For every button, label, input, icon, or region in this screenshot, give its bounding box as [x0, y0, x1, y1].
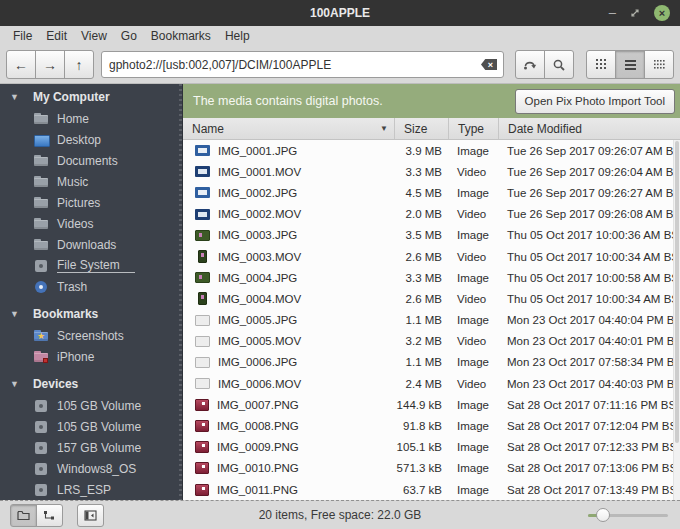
- expander-triangle-icon[interactable]: ▼: [10, 92, 19, 102]
- sidebar-section-devices[interactable]: ▼Devices: [0, 373, 182, 395]
- menu-edit[interactable]: Edit: [39, 27, 74, 45]
- table-row[interactable]: IMG_0006.MOV2.4 MBVideoMon 23 Oct 2017 0…: [183, 373, 680, 394]
- file-type: Video: [449, 166, 499, 178]
- file-thumbnail-icon: [195, 336, 210, 347]
- menu-file[interactable]: File: [6, 27, 39, 45]
- curved-arrow-icon: [523, 59, 537, 71]
- sidebar-item-trash[interactable]: Trash: [0, 276, 182, 297]
- file-type: Image: [449, 441, 499, 453]
- table-row[interactable]: IMG_0009.PNG105.1 kBImageSat 28 Oct 2017…: [183, 437, 680, 458]
- column-header-size[interactable]: Size: [395, 118, 449, 139]
- sidebar-item-screenshots[interactable]: ★Screenshots: [0, 325, 182, 346]
- sidebar-section-bookmarks[interactable]: ▼Bookmarks: [0, 303, 182, 325]
- file-name-cell: IMG_0008.PNG: [183, 420, 395, 432]
- sidebar-item-windows8-os[interactable]: Windows8_OS: [0, 458, 182, 479]
- table-row[interactable]: IMG_0011.PNG63.7 kBImageSat 28 Oct 2017 …: [183, 479, 680, 500]
- table-row[interactable]: IMG_0001.MOV3.3 MBVideoTue 26 Sep 2017 0…: [183, 161, 680, 182]
- table-row[interactable]: IMG_0008.PNG91.8 kBImageSat 28 Oct 2017 …: [183, 415, 680, 436]
- sidebar-section-my-computer[interactable]: ▼My Computer: [0, 86, 182, 108]
- list-view-icon: [624, 58, 637, 71]
- file-size: 63.7 kB: [395, 484, 449, 496]
- search-button[interactable]: [544, 50, 574, 79]
- sidebar-item-iphone[interactable]: iPhone: [0, 346, 182, 367]
- table-row[interactable]: IMG_0004.JPG3.3 MBImageThu 05 Oct 2017 1…: [183, 267, 680, 288]
- sidebar-item-lrs-esp[interactable]: LRS_ESP: [0, 479, 182, 500]
- file-type: Video: [449, 378, 499, 390]
- compact-view-button[interactable]: [644, 50, 674, 79]
- minimize-icon[interactable]: –: [609, 8, 616, 18]
- restore-icon[interactable]: [630, 8, 640, 18]
- sidebar-item-157-gb-volume[interactable]: 157 GB Volume: [0, 437, 182, 458]
- zoom-slider-handle[interactable]: [596, 508, 610, 522]
- forward-button[interactable]: →: [35, 50, 65, 79]
- table-row[interactable]: IMG_0004.MOV2.6 MBVideoThu 05 Oct 2017 1…: [183, 288, 680, 309]
- file-name: IMG_0002.MOV: [218, 208, 301, 220]
- file-date-modified: Thu 05 Oct 2017 10:00:58 AM BST: [499, 272, 680, 284]
- menu-view[interactable]: View: [74, 27, 114, 45]
- file-date-modified: Sat 28 Oct 2017 07:11:16 PM BST: [499, 399, 680, 411]
- sidebar-item-pictures[interactable]: Pictures: [0, 192, 182, 213]
- file-type: Image: [449, 356, 499, 368]
- column-header-type[interactable]: Type: [449, 118, 499, 139]
- sort-descending-icon[interactable]: ▼: [380, 124, 394, 133]
- table-row[interactable]: IMG_0007.PNG144.9 kBImageSat 28 Oct 2017…: [183, 394, 680, 415]
- location-bar: [101, 51, 504, 78]
- location-input[interactable]: [102, 52, 503, 77]
- sidebar-item-documents[interactable]: Documents: [0, 150, 182, 171]
- sidebar-item-desktop[interactable]: Desktop: [0, 129, 182, 150]
- sidebar-item-105-gb-volume[interactable]: 105 GB Volume: [0, 395, 182, 416]
- places-view-button[interactable]: [10, 504, 37, 527]
- sidebar-item-downloads[interactable]: Downloads: [0, 234, 182, 255]
- open-pix-import-button[interactable]: Open Pix Photo Import Tool: [515, 89, 675, 114]
- list-view-button[interactable]: [615, 50, 645, 79]
- file-size: 91.8 kB: [395, 420, 449, 432]
- file-name: IMG_0004.JPG: [218, 272, 297, 284]
- section-label: Bookmarks: [33, 307, 98, 321]
- file-date-modified: Tue 26 Sep 2017 09:26:27 AM BST: [499, 187, 680, 199]
- sidebar-item-videos[interactable]: Videos: [0, 213, 182, 234]
- table-row[interactable]: IMG_0006.JPG1.1 MBImageMon 23 Oct 2017 0…: [183, 352, 680, 373]
- expander-triangle-icon[interactable]: ▼: [10, 309, 19, 319]
- menu-go[interactable]: Go: [114, 27, 144, 45]
- menu-bookmarks[interactable]: Bookmarks: [144, 27, 218, 45]
- table-row[interactable]: IMG_0005.JPG1.1 MBImageMon 23 Oct 2017 0…: [183, 310, 680, 331]
- toggle-location-entry-button[interactable]: [515, 50, 545, 79]
- table-row[interactable]: IMG_0010.PNG571.3 kBImageSat 28 Oct 2017…: [183, 458, 680, 479]
- up-button[interactable]: ↑: [64, 50, 94, 79]
- table-row[interactable]: IMG_0003.JPG3.5 MBImageThu 05 Oct 2017 1…: [183, 225, 680, 246]
- tree-view-button[interactable]: [36, 504, 63, 527]
- file-name-cell: IMG_0010.PNG: [183, 462, 395, 474]
- file-thumbnail-icon: [195, 378, 210, 389]
- sidebar-item-label: 157 GB Volume: [57, 441, 141, 455]
- file-name: IMG_0009.PNG: [217, 441, 299, 453]
- sidebar-scrollbar[interactable]: [179, 84, 182, 500]
- sidebar-item-105-gb-volume[interactable]: 105 GB Volume: [0, 416, 182, 437]
- back-button[interactable]: ←: [6, 50, 36, 79]
- column-header-name[interactable]: Name ▼: [183, 118, 395, 139]
- close-icon[interactable]: ×: [654, 5, 670, 21]
- table-row[interactable]: IMG_0003.MOV2.6 MBVideoThu 05 Oct 2017 1…: [183, 246, 680, 267]
- menu-help[interactable]: Help: [218, 27, 257, 45]
- zoom-slider[interactable]: [588, 508, 668, 522]
- sidebar-item-label: Documents: [57, 154, 118, 168]
- vertical-scrollbar[interactable]: [673, 140, 680, 500]
- view-buttons: [586, 50, 674, 79]
- table-row[interactable]: IMG_0005.MOV3.2 MBVideoMon 23 Oct 2017 0…: [183, 331, 680, 352]
- sidebar-item-label: iPhone: [57, 350, 94, 364]
- sidebar: ▼My ComputerHomeDesktopDocumentsMusicPic…: [0, 84, 182, 500]
- file-name-cell: IMG_0003.MOV: [183, 250, 395, 263]
- file-name: IMG_0005.MOV: [218, 335, 301, 347]
- menubar: FileEditViewGoBookmarksHelp: [0, 26, 680, 46]
- scrollbar-thumb[interactable]: [675, 141, 679, 443]
- table-row[interactable]: IMG_0002.MOV2.0 MBVideoTue 26 Sep 2017 0…: [183, 204, 680, 225]
- table-row[interactable]: IMG_0001.JPG3.9 MBImageTue 26 Sep 2017 0…: [183, 140, 680, 161]
- column-header-date-modified[interactable]: Date Modified: [499, 118, 680, 139]
- icon-view-button[interactable]: [586, 50, 616, 79]
- sidebar-item-music[interactable]: Music: [0, 171, 182, 192]
- sidebar-item-file-system[interactable]: File System: [0, 255, 182, 276]
- table-row[interactable]: IMG_0002.JPG4.5 MBImageTue 26 Sep 2017 0…: [183, 182, 680, 203]
- file-name: IMG_0006.JPG: [218, 356, 297, 368]
- search-icon: [552, 58, 566, 72]
- expander-triangle-icon[interactable]: ▼: [10, 379, 19, 389]
- sidebar-item-home[interactable]: Home: [0, 108, 182, 129]
